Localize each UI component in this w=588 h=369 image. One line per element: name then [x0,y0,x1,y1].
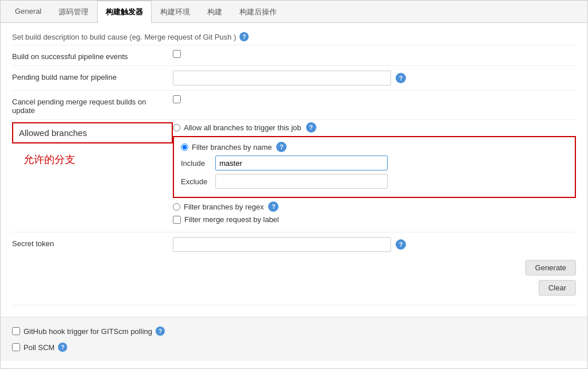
cancel-pending-control [173,95,576,103]
poll-scm-checkbox[interactable] [12,343,20,351]
secret-token-help-icon[interactable]: ? [396,239,406,250]
filter-by-name-help-icon[interactable]: ? [276,142,287,152]
allow-all-radio[interactable] [173,124,180,131]
filter-by-regex-radio[interactable] [173,203,180,211]
github-hook-help-icon[interactable]: ? [156,327,165,336]
github-hook-label: GitHub hook trigger for GITScm polling [24,327,152,336]
allowed-branches-row: Allowed branches 允许的分支 Allow all branche… [12,120,576,232]
poll-scm-help-icon[interactable]: ? [58,343,67,352]
secret-token-label: Secret token [12,237,173,248]
generate-button[interactable]: Generate [525,260,576,275]
secret-token-control: ? Generate Clear [173,237,576,300]
allowed-branches-chinese-label: 允许的分支 [12,153,173,166]
exclude-input[interactable] [215,174,388,189]
filter-by-regex-option: Filter branches by regex ? [173,201,576,212]
footer-area: GitHub hook trigger for GITScm polling ?… [1,317,587,361]
clear-button[interactable]: Clear [539,280,576,296]
tab-post[interactable]: 构建后操作 [231,1,285,23]
filter-by-name-radio[interactable] [181,143,188,151]
filter-by-name-label: Filter branches by name [192,143,272,152]
exclude-label: Exclude [181,177,215,186]
secret-input-row: ? [173,237,576,252]
allow-all-option: Allow all branches to trigger this job ? [173,122,576,133]
exclude-row: Exclude [181,174,568,189]
pending-build-label: Pending build name for pipeline [12,71,173,81]
tab-source[interactable]: 源码管理 [50,1,97,23]
poll-scm-row: Poll SCM ? [12,339,576,355]
allow-all-help-icon[interactable]: ? [306,122,316,133]
github-hook-checkbox[interactable] [12,327,20,335]
filter-merge-checkbox[interactable] [173,216,181,224]
tab-general[interactable]: General [6,1,50,23]
cancel-pending-checkbox[interactable] [173,95,181,103]
allowed-branches-label: Allowed branches [19,128,87,138]
filter-merge-option: Filter merge request by label [173,215,576,224]
build-pipeline-label: Build on successful pipeline events [12,50,173,61]
build-pipeline-checkbox[interactable] [173,50,181,58]
secret-token-row: Secret token ? Generate Clear [12,232,576,305]
poll-scm-label: Poll SCM [24,343,55,352]
allowed-branches-label-box: Allowed branches [12,122,173,143]
content-area: Set build description to build cause (eg… [1,23,587,317]
branches-options: Allow all branches to trigger this job ?… [173,120,576,227]
cancel-pending-label: Cancel pending merge request builds on u… [12,95,173,115]
secret-token-input[interactable] [173,237,391,252]
page-wrapper: General 源码管理 构建触发器 构建环境 构建 构建后操作 Set bui… [0,0,588,369]
build-pipeline-control [173,50,576,58]
filter-by-regex-help-icon[interactable]: ? [268,201,278,212]
pending-build-control: ? [173,71,576,86]
filter-by-regex-label: Filter branches by regex [184,203,264,211]
buttons-row: Generate Clear [173,255,576,300]
tabs-bar: General 源码管理 构建触发器 构建环境 构建 构建后操作 [1,1,587,23]
include-input[interactable] [215,156,388,170]
github-hook-row: GitHub hook trigger for GITScm polling ? [12,323,576,339]
allow-all-label: Allow all branches to trigger this job [184,123,301,132]
top-description-label: Set build description to build cause (eg… [12,33,236,41]
pending-build-input[interactable] [173,71,391,86]
pending-build-row: Pending build name for pipeline ? [12,66,576,91]
tab-env[interactable]: 构建环境 [152,1,199,23]
tab-build[interactable]: 构建 [199,1,231,23]
include-label: Include [181,159,215,168]
filter-merge-label: Filter merge request by label [184,215,279,224]
include-row: Include [181,156,568,170]
build-pipeline-row: Build on successful pipeline events [12,45,576,66]
pending-build-help-icon[interactable]: ? [396,73,406,83]
top-description-row: Set build description to build cause (eg… [12,29,576,45]
allowed-branches-left: Allowed branches 允许的分支 [12,120,173,166]
filter-by-name-box: Filter branches by name ? Include Exclud… [173,136,576,198]
cancel-pending-row: Cancel pending merge request builds on u… [12,91,576,120]
top-description-help-icon[interactable]: ? [239,32,249,41]
filter-by-name-option: Filter branches by name ? [181,142,568,152]
tab-trigger[interactable]: 构建触发器 [97,1,152,23]
